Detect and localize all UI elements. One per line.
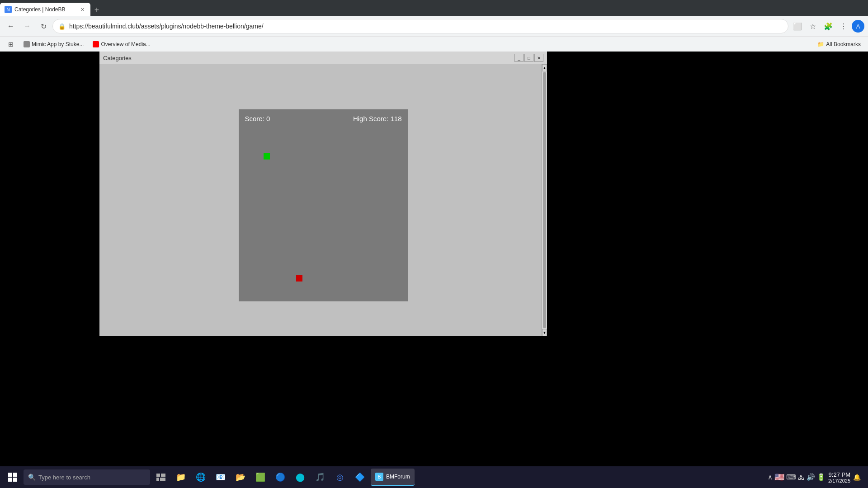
- address-input[interactable]: [69, 23, 783, 30]
- svg-rect-2: [156, 478, 159, 481]
- svg-rect-1: [161, 474, 165, 477]
- browser-tab[interactable]: N Categories | NodeBB ✕: [0, 3, 90, 16]
- taskbar: 🔍 Type here to search 📁 🌐 📧 📂 🟩 🔵 ⬤ 🎵 ◎ …: [0, 466, 868, 488]
- folder-taskbar[interactable]: 📂: [231, 468, 250, 486]
- speaker-icon[interactable]: 🔊: [807, 473, 815, 481]
- forward-button[interactable]: →: [20, 19, 34, 33]
- edge-taskbar[interactable]: 🌐: [192, 468, 210, 486]
- bookmark-label-1: Mimic App by Stuke...: [32, 41, 84, 47]
- chrome-taskbar[interactable]: ◎: [331, 468, 349, 486]
- app6-taskbar[interactable]: 🔵: [271, 468, 289, 486]
- navigation-bar: ← → ↻ 🔒 ⬜ ☆ 🧩 ⋮ A: [0, 16, 868, 36]
- window-title: Categories: [103, 55, 514, 61]
- page-area: Categories _ □ ✕ Score: 0 High Score: 11…: [0, 52, 868, 488]
- file-explorer-taskbar[interactable]: 📁: [172, 468, 190, 486]
- svg-rect-3: [160, 478, 165, 481]
- start-button[interactable]: [4, 468, 22, 486]
- spotify-taskbar[interactable]: 🎵: [311, 468, 329, 486]
- outlook-taskbar[interactable]: 📧: [212, 468, 230, 486]
- window-minimize-button[interactable]: _: [514, 54, 524, 62]
- clock-time: 9:27 PM: [828, 471, 850, 478]
- window-scrollbar[interactable]: ▲ ▼: [542, 64, 547, 336]
- svg-rect-0: [156, 474, 160, 477]
- window-content: Score: 0 High Score: 118 ▲ ▼: [99, 64, 547, 336]
- bookmark-overview[interactable]: Overview of Media...: [89, 39, 154, 49]
- search-icon: 🔍: [28, 474, 36, 481]
- security-icon: 🔒: [58, 23, 66, 30]
- all-bookmarks-label: All Bookmarks: [826, 41, 861, 47]
- extensions-icon[interactable]: 🧩: [821, 19, 835, 33]
- task-view-button[interactable]: [152, 468, 170, 486]
- score-display: Score: 0: [245, 115, 270, 122]
- keyboard-icon[interactable]: ⌨: [786, 473, 796, 481]
- window-titlebar: Categories _ □ ✕: [99, 52, 547, 64]
- bookmark-label-2: Overview of Media...: [101, 41, 150, 47]
- window-close-button[interactable]: ✕: [534, 54, 543, 62]
- address-bar[interactable]: 🔒: [52, 19, 788, 33]
- player-square: [264, 153, 270, 160]
- chevron-up-icon[interactable]: ∧: [768, 473, 773, 481]
- reload-button[interactable]: ↻: [36, 19, 51, 33]
- tab-close-button[interactable]: ✕: [79, 6, 86, 13]
- scroll-up-arrow[interactable]: ▲: [542, 64, 547, 71]
- app9-taskbar[interactable]: 🔷: [351, 468, 369, 486]
- browser-menu-button[interactable]: ⋮: [836, 19, 851, 33]
- network-icon[interactable]: 🖧: [798, 474, 805, 481]
- website-window: Categories _ □ ✕ Score: 0 High Score: 11…: [99, 52, 547, 336]
- system-clock[interactable]: 9:27 PM 2/17/2025: [828, 471, 850, 483]
- bmforum-taskbar-app[interactable]: B BMForum: [371, 469, 415, 486]
- notifications-button[interactable]: 🔔: [853, 474, 861, 481]
- game-area: Score: 0 High Score: 118: [99, 64, 547, 336]
- app7-taskbar[interactable]: ⬤: [291, 468, 309, 486]
- bookmark-star-icon[interactable]: ☆: [806, 19, 820, 33]
- tab-title: Categories | NodeBB: [14, 6, 76, 13]
- apps-icon[interactable]: ⊞: [4, 37, 18, 52]
- bookmark-mimic-app[interactable]: Mimic App by Stuke...: [20, 39, 87, 49]
- game-hud: Score: 0 High Score: 118: [239, 109, 408, 127]
- bookmark-favicon-1: [24, 41, 30, 47]
- app5-taskbar[interactable]: 🟩: [251, 468, 269, 486]
- window-maximize-button[interactable]: □: [524, 54, 533, 62]
- search-placeholder: Type here to search: [38, 474, 90, 481]
- all-bookmarks-button[interactable]: 📁 All Bookmarks: [814, 39, 864, 49]
- enemy-square: [296, 275, 302, 282]
- scroll-down-arrow[interactable]: ▼: [542, 329, 547, 336]
- bmforum-label: BMForum: [386, 474, 410, 480]
- taskbar-right: ∧ 🇺🇸 ⌨ 🖧 🔊 🔋 9:27 PM 2/17/2025 🔔: [768, 471, 864, 483]
- new-tab-button[interactable]: +: [90, 4, 103, 16]
- tray-icons: ∧ 🇺🇸 ⌨ 🖧 🔊 🔋: [768, 472, 826, 482]
- back-button[interactable]: ←: [4, 19, 18, 33]
- tab-favicon: N: [5, 6, 12, 13]
- scroll-thumb[interactable]: [543, 72, 546, 328]
- battery-icon[interactable]: 🔋: [817, 473, 826, 481]
- profile-button[interactable]: A: [852, 20, 864, 33]
- bmforum-icon: B: [375, 473, 383, 481]
- windows-logo: [8, 473, 17, 482]
- game-canvas[interactable]: Score: 0 High Score: 118: [239, 109, 408, 301]
- high-score-display: High Score: 118: [353, 115, 402, 122]
- taskbar-search[interactable]: 🔍 Type here to search: [24, 469, 150, 485]
- language-flag[interactable]: 🇺🇸: [774, 472, 784, 482]
- bookmarks-bar: ⊞ Mimic App by Stuke... Overview of Medi…: [0, 36, 868, 52]
- bookmark-favicon-2: [93, 41, 99, 47]
- clock-date: 2/17/2025: [828, 478, 850, 483]
- tab-bar: N Categories | NodeBB ✕ +: [0, 0, 868, 16]
- screen-cast-icon[interactable]: ⬜: [790, 19, 805, 33]
